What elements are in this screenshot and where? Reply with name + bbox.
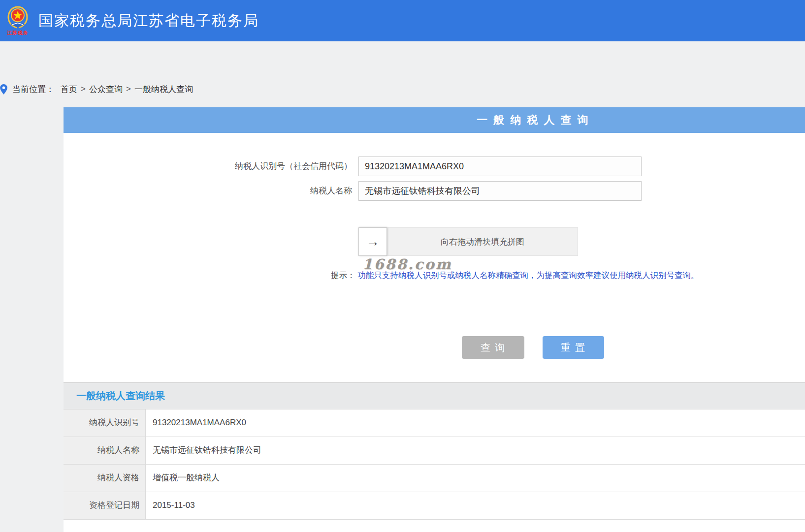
breadcrumb-home-link[interactable]: 首页: [61, 84, 77, 95]
tax-bureau-logo: 江苏税务: [4, 5, 32, 36]
section-title-band: 一 般 纳 税 人 查 询: [64, 107, 805, 133]
taxpayer-id-label: 纳税人识别号（社会信用代码）: [64, 156, 352, 176]
tax-bureau-emblem-icon: [6, 5, 30, 29]
row-label: 资格登记日期: [64, 492, 146, 519]
captcha-slider-handle[interactable]: →: [358, 227, 387, 256]
tip-label: 提示：: [331, 270, 355, 281]
query-tip: 提示： 功能只支持纳税人识别号或纳税人名称精确查询，为提高查询效率建议使用纳税人…: [331, 270, 699, 281]
row-label: 纳税人资格: [64, 465, 146, 492]
breadcrumb-separator: >: [126, 84, 131, 94]
arrow-right-icon: →: [366, 234, 380, 250]
taxpayer-name-label: 纳税人名称: [64, 181, 352, 201]
tip-text: 功能只支持纳税人识别号或纳税人名称精确查询，为提高查询效率建议使用纳税人识别号查…: [358, 270, 699, 281]
results-title: 一般纳税人查询结果: [76, 389, 165, 403]
row-value: 无锡市远征钛锆科技有限公司: [146, 437, 805, 464]
main-panel: 一 般 纳 税 人 查 询 纳税人识别号（社会信用代码） 纳税人名称 向右拖动滑…: [64, 107, 805, 532]
row-label: 纳税人识别号: [64, 409, 146, 437]
breadcrumb-general-taxpayer-link[interactable]: 一般纳税人查询: [134, 84, 193, 95]
breadcrumb-separator: >: [81, 84, 86, 94]
row-label: 纳税人名称: [64, 437, 146, 464]
query-button[interactable]: 查 询: [462, 336, 524, 359]
taxpayer-name-input[interactable]: [358, 181, 642, 201]
breadcrumb: 当前位置： 首页 > 公众查询 > 一般纳税人查询: [0, 82, 196, 96]
taxpayer-id-input[interactable]: [358, 156, 642, 176]
page: 江苏税务 国家税务总局江苏省电子税务局 当前位置： 首页 > 公众查询 > 一般…: [0, 0, 805, 532]
row-value: 2015-11-03: [146, 492, 805, 519]
section-title: 一 般 纳 税 人 查 询: [477, 113, 590, 127]
table-row: 纳税人资格 增值税一般纳税人: [64, 465, 805, 492]
results-table: 纳税人识别号 91320213MA1MAA6RX0 纳税人名称 无锡市远征钛锆科…: [64, 409, 805, 520]
breadcrumb-label: 当前位置：: [12, 84, 54, 95]
logo-caption: 江苏税务: [7, 30, 29, 36]
row-value: 91320213MA1MAA6RX0: [146, 409, 805, 437]
site-title: 国家税务总局江苏省电子税务局: [38, 11, 259, 31]
table-row: 纳税人名称 无锡市远征钛锆科技有限公司: [64, 437, 805, 465]
location-pin-icon: [0, 84, 7, 94]
app-header: 江苏税务 国家税务总局江苏省电子税务局: [0, 0, 805, 41]
row-value: 增值税一般纳税人: [146, 465, 805, 492]
table-row: 纳税人识别号 91320213MA1MAA6RX0: [64, 409, 805, 437]
reset-button[interactable]: 重 置: [543, 336, 604, 359]
results-header: 一般纳税人查询结果: [64, 382, 805, 409]
table-row: 资格登记日期 2015-11-03: [64, 492, 805, 520]
captcha-slider-track: 向右拖动滑块填充拼图: [387, 227, 578, 256]
breadcrumb-public-query-link[interactable]: 公众查询: [89, 84, 123, 95]
